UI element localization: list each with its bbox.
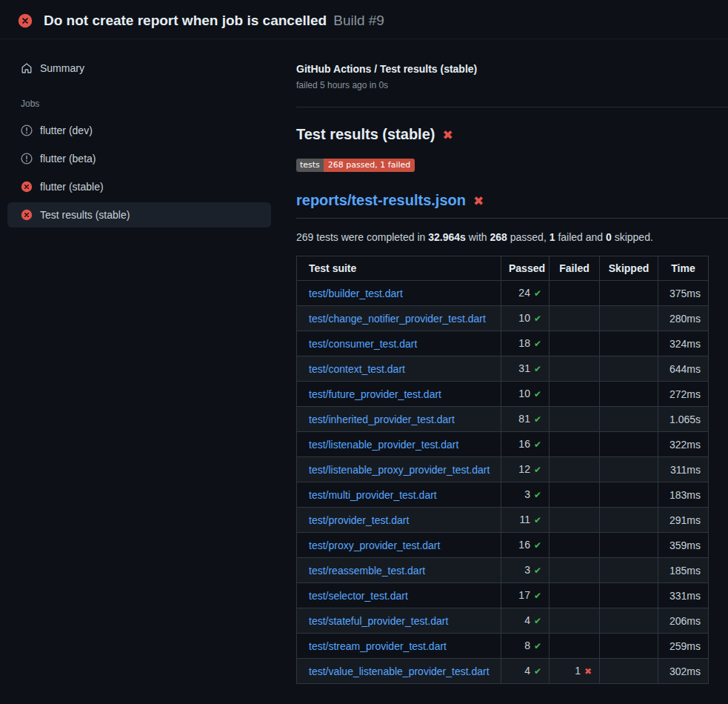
passed-cell: 17✔	[501, 583, 550, 608]
failed-cell	[550, 356, 600, 382]
time-cell: 1.065s	[658, 407, 709, 432]
test-results-table: Test suite Passed Failed Skipped Time te…	[296, 256, 709, 684]
test-suite-link[interactable]: test/value_listenable_provider_test.dart	[309, 665, 490, 677]
passed-cell: 10✔	[501, 306, 550, 331]
failed-cross-icon: ✖	[442, 127, 453, 142]
test-suite-link[interactable]: test/selector_test.dart	[309, 590, 408, 602]
passed-count: 31	[518, 362, 530, 374]
passed-cell: 3✔	[501, 482, 550, 508]
test-suite-link[interactable]: test/consumer_test.dart	[309, 338, 417, 350]
failed-cross-icon: ✖	[473, 193, 484, 208]
sidebar-item-test-results-stable[interactable]: Test results (stable)	[7, 202, 271, 228]
skipped-cell	[600, 659, 658, 684]
test-suite-link[interactable]: test/reassemble_test.dart	[309, 565, 425, 577]
skipped-cell	[600, 457, 658, 482]
test-suite-link[interactable]: test/future_provider_test.dart	[309, 388, 441, 400]
time-cell: 331ms	[658, 583, 709, 608]
table-row: test/future_provider_test.dart 10✔ 272ms	[297, 382, 709, 407]
test-suite-link[interactable]: test/listenable_proxy_provider_test.dart	[309, 464, 490, 476]
report-title: Test results (stable) ✖	[296, 126, 728, 143]
sidebar-item-summary[interactable]: Summary	[7, 56, 271, 81]
table-row: test/selector_test.dart 17✔ 331ms	[297, 583, 709, 608]
passed-count: 16	[518, 539, 530, 551]
failed-cell	[550, 482, 600, 508]
sidebar-item-label: Summary	[40, 62, 84, 74]
failed-cell	[550, 583, 600, 608]
passed-count: 11	[519, 514, 530, 525]
table-row: test/reassemble_test.dart 3✔ 185ms	[297, 558, 709, 583]
test-suite-cell: test/provider_test.dart	[297, 508, 501, 533]
failed-cell	[550, 533, 600, 558]
failed-cell	[550, 331, 600, 356]
test-suite-link[interactable]: test/builder_test.dart	[309, 288, 403, 299]
table-row: test/change_notifier_provider_test.dart …	[297, 306, 709, 331]
test-suite-link[interactable]: test/change_notifier_provider_test.dart	[309, 313, 486, 325]
check-icon: ✔	[534, 515, 541, 525]
test-suite-cell: test/consumer_test.dart	[297, 331, 501, 356]
passed-cell: 24✔	[501, 281, 550, 306]
sidebar-item-flutter-dev[interactable]: flutter (dev)	[7, 118, 271, 143]
check-icon: ✔	[534, 439, 541, 450]
table-row: test/stateful_provider_test.dart 4✔ 206m…	[297, 608, 709, 634]
alert-circle-icon	[21, 124, 33, 136]
failed-cell	[550, 407, 600, 432]
time-cell: 280ms	[658, 306, 709, 331]
summary-part-bold: 1	[550, 231, 555, 243]
test-suite-link[interactable]: test/context_test.dart	[309, 363, 405, 375]
col-header-time: Time	[658, 256, 709, 281]
build-title-text: Do not create report when job is cancell…	[44, 13, 327, 28]
time-cell: 311ms	[658, 457, 709, 482]
test-suite-link[interactable]: test/stream_provider_test.dart	[309, 640, 447, 652]
test-suite-link[interactable]: test/provider_test.dart	[309, 514, 409, 526]
test-suite-cell: test/listenable_provider_test.dart	[297, 432, 501, 457]
failed-cell: 1✖	[550, 659, 600, 684]
time-cell: 375ms	[658, 281, 709, 306]
time-cell: 324ms	[658, 331, 709, 356]
test-suite-link[interactable]: test/stateful_provider_test.dart	[309, 615, 448, 627]
test-suite-cell: test/change_notifier_provider_test.dart	[297, 306, 501, 331]
table-row: test/context_test.dart 31✔ 644ms	[297, 356, 709, 382]
check-icon: ✔	[534, 565, 541, 576]
skipped-cell	[600, 306, 658, 331]
passed-count: 81	[518, 413, 530, 425]
time-cell: 359ms	[658, 533, 709, 558]
tests-badge: tests 268 passed, 1 failed	[296, 159, 415, 172]
test-suite-cell: test/value_listenable_provider_test.dart	[297, 659, 501, 684]
summary-part: with	[466, 231, 490, 243]
sidebar-item-flutter-beta[interactable]: flutter (beta)	[7, 146, 271, 171]
failed-cell	[550, 432, 600, 457]
failed-cell	[550, 634, 600, 659]
test-suite-cell: test/multi_provider_test.dart	[297, 482, 501, 508]
passed-cell: 3✔	[501, 558, 550, 583]
summary-part: 269 tests were completed in	[296, 231, 428, 243]
home-icon	[21, 62, 33, 74]
summary-part: failed and	[555, 231, 607, 243]
skipped-cell	[600, 634, 658, 659]
summary-part-bold: 32.964s	[428, 231, 466, 243]
summary-part: skipped.	[612, 231, 653, 243]
test-suite-cell: test/stream_provider_test.dart	[297, 634, 501, 659]
test-suite-cell: test/proxy_provider_test.dart	[297, 533, 501, 558]
test-suite-link[interactable]: test/listenable_provider_test.dart	[309, 439, 458, 451]
skipped-cell	[600, 608, 658, 634]
passed-cell: 16✔	[501, 533, 550, 558]
passed-cell: 81✔	[501, 407, 550, 432]
report-file-link[interactable]: reports/test-results.json	[296, 192, 466, 209]
sidebar-item-label: flutter (beta)	[40, 153, 96, 165]
table-row: test/provider_test.dart 11✔ 291ms	[297, 508, 709, 533]
test-suite-link[interactable]: test/proxy_provider_test.dart	[309, 539, 440, 551]
sidebar-item-flutter-stable[interactable]: flutter (stable)	[7, 174, 271, 199]
passed-count: 4	[524, 665, 530, 677]
test-suite-link[interactable]: test/multi_provider_test.dart	[309, 489, 437, 501]
passed-count: 17	[518, 589, 530, 601]
skipped-cell	[600, 508, 658, 533]
passed-count: 3	[524, 488, 530, 500]
col-header-test-suite: Test suite	[297, 256, 501, 281]
passed-cell: 11✔	[501, 508, 550, 533]
test-suite-link[interactable]: test/inherited_provider_test.dart	[309, 414, 455, 425]
skipped-cell	[600, 533, 658, 558]
check-icon: ✔	[534, 414, 541, 425]
passed-count: 18	[518, 337, 530, 349]
passed-count: 10	[518, 312, 530, 324]
passed-cell: 4✔	[501, 659, 550, 684]
